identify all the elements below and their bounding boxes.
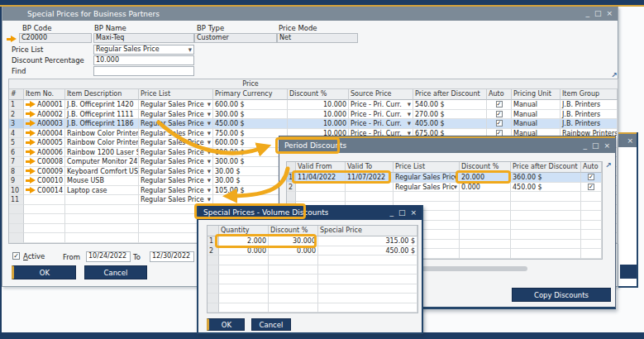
cell-price_list[interactable]: Regular Sales Price▼ (139, 138, 213, 148)
cell-item_no[interactable]: C00009 (24, 167, 65, 177)
link-arrow-icon[interactable] (26, 120, 36, 127)
chevron-down-icon[interactable]: ▼ (208, 157, 211, 166)
row-number[interactable]: 8 (9, 167, 24, 177)
chevron-down-icon[interactable]: ▼ (208, 129, 211, 138)
cell-item_no[interactable] (24, 205, 65, 215)
cancel-button[interactable]: Cancel (251, 318, 291, 331)
cell-item_no[interactable]: A00004 (24, 129, 65, 139)
cell-price_list[interactable]: Regular Sales Price▼ (394, 183, 460, 193)
auto-checkbox-cell[interactable] (581, 211, 602, 221)
auto-checkbox-cell[interactable] (581, 249, 602, 259)
cell-price_after[interactable]: 405.00 $ (413, 119, 487, 129)
close-icon[interactable]: × (606, 7, 613, 20)
auto-checkbox-cell[interactable] (581, 221, 602, 231)
cell-price_after[interactable] (511, 202, 581, 212)
table-row[interactable] (208, 255, 417, 265)
cell-pricing_unit[interactable]: Manual (512, 110, 561, 120)
cell-price_list[interactable]: Regular Sales Price▼ (139, 129, 213, 139)
cell-item_no[interactable]: A00002 (24, 110, 65, 120)
cell-discount[interactable] (460, 202, 511, 212)
cell-primary[interactable]: 600.00 $ (213, 148, 288, 158)
row-number[interactable] (208, 275, 219, 284)
cell-price_after[interactable]: 540.00 $ (413, 100, 487, 110)
auto-checkbox-cell[interactable] (581, 240, 602, 250)
cell-valid_from[interactable] (296, 192, 346, 202)
chevron-down-icon[interactable]: ▼ (208, 138, 211, 147)
row-number[interactable]: 2 (287, 183, 296, 193)
bp-type-field[interactable]: Customer (194, 33, 277, 43)
row-number[interactable]: 1 (9, 100, 24, 110)
copy-discounts-button[interactable]: Copy Discounts (512, 288, 611, 302)
checkbox-icon[interactable]: ✓ (496, 111, 503, 117)
row-number[interactable] (9, 205, 24, 215)
cell-discount[interactable] (460, 240, 511, 250)
chevron-down-icon[interactable]: ▼ (208, 119, 211, 128)
cell-special[interactable] (318, 255, 417, 265)
checkbox-icon[interactable]: ✓ (588, 184, 594, 190)
checkbox-icon[interactable]: ✓ (588, 174, 594, 180)
cell-item_group[interactable]: J.B. Printers (561, 100, 618, 110)
cell-discount[interactable] (460, 249, 511, 259)
close-icon[interactable]: × (603, 140, 610, 152)
row-number[interactable]: 1 (208, 236, 219, 246)
cell-source[interactable]: Price - Pri. Curr.▼ (349, 119, 413, 129)
cell-desc[interactable]: J.B. Officeprint 1186 (65, 119, 139, 129)
chevron-down-icon[interactable]: ▼ (408, 119, 411, 128)
cell-desc[interactable] (65, 233, 139, 243)
bp-code-field[interactable]: C20000 (19, 33, 92, 43)
cell-price_list[interactable]: Regular Sales Price▼ (139, 176, 213, 186)
cell-special[interactable] (318, 265, 417, 275)
row-number[interactable]: 2 (9, 110, 24, 120)
cell-valid_to[interactable]: 11/07/2022 (346, 173, 394, 183)
chevron-down-icon[interactable]: ▼ (408, 110, 411, 119)
cell-primary[interactable]: 105.00 $ (213, 186, 288, 196)
row-number[interactable] (287, 192, 296, 202)
checkbox-icon[interactable]: ✓ (496, 101, 503, 107)
cell-primary[interactable]: 750.00 $ (213, 129, 288, 139)
cell-price_after[interactable] (511, 249, 581, 259)
cell-desc[interactable]: Laptop case (65, 186, 139, 196)
row-number[interactable]: 1 (287, 173, 296, 183)
cell-item_no[interactable]: A00005 (24, 138, 65, 148)
minimize-icon[interactable]: _ (583, 140, 587, 152)
cell-desc[interactable] (65, 214, 139, 224)
cell-desc[interactable]: Rainbow Color Printer 5.0 (65, 129, 139, 139)
row-number[interactable] (9, 214, 24, 224)
table-row[interactable]: 20.0000.000450.00 $ (208, 246, 417, 256)
cell-price_after[interactable]: 360.00 $ (511, 173, 581, 183)
cell-special[interactable]: 315.00 $ (318, 236, 417, 246)
price-mode-field[interactable]: Net (277, 33, 358, 43)
cell-item_no[interactable]: A00001 (24, 100, 65, 110)
table-row[interactable]: 1A00001J.B. Officeprint 1420Regular Sale… (9, 100, 618, 110)
from-date-field[interactable]: 10/24/2022 (86, 251, 131, 262)
auto-checkbox-cell[interactable] (581, 230, 602, 240)
cell-pricing_unit[interactable]: Manual (512, 119, 561, 129)
chevron-down-icon[interactable]: ▼ (208, 186, 211, 195)
cell-valid_to[interactable] (346, 192, 394, 202)
link-arrow-icon[interactable] (26, 101, 36, 107)
cell-special[interactable] (318, 284, 417, 294)
cell-primary[interactable]: 300.00 $ (213, 157, 288, 167)
cell-primary[interactable] (213, 195, 288, 205)
link-arrow-icon[interactable] (7, 36, 17, 42)
cell-desc[interactable] (65, 195, 139, 205)
cell-discount[interactable]: 0.000 (460, 183, 511, 193)
cell-price_after[interactable] (511, 240, 581, 250)
ok-button[interactable]: OK (12, 265, 76, 279)
cell-desc[interactable] (65, 205, 139, 215)
cell-qty[interactable]: 0.000 (219, 246, 269, 256)
row-number[interactable] (208, 284, 219, 294)
cell-price_list[interactable]: Regular Sales Price▼ (139, 100, 213, 110)
cell-price_list[interactable]: Regular Sales Price▼ (139, 119, 213, 129)
auto-checkbox-cell[interactable]: ✓ (487, 119, 512, 129)
cell-discount[interactable]: 30.000 (269, 236, 318, 246)
cell-discount[interactable] (269, 294, 318, 303)
cell-price_list[interactable]: Regular Sales Price▼ (139, 195, 213, 205)
cell-discount[interactable]: 0.000 (269, 246, 318, 256)
maximize-icon[interactable]: □ (594, 7, 602, 20)
cell-desc[interactable]: J.B. Officeprint 1111 (65, 110, 139, 120)
cell-item_group[interactable]: J.B. Printers (561, 119, 618, 129)
link-arrow-icon[interactable] (26, 158, 36, 165)
row-number[interactable]: 2 (208, 246, 219, 256)
row-number[interactable]: 6 (9, 148, 24, 158)
